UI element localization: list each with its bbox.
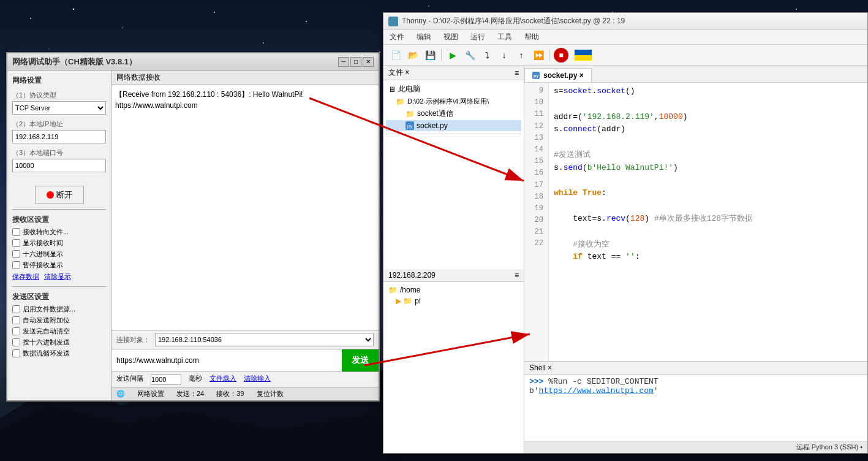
resume-button[interactable]: ⏩: [531, 48, 546, 63]
home-label: /home: [400, 286, 420, 294]
disconnect-button[interactable]: 断开: [35, 186, 84, 204]
file-panel: 文件 × ≡ 🖥 此电脑 📁 D:\02-示例程序\4.网络应用\ 📁 sock…: [383, 66, 524, 453]
send-checkbox-3[interactable]: [12, 327, 20, 335]
shell-content[interactable]: >>> %Run -c $EDITOR_CONTENT b'https://ww…: [524, 375, 867, 441]
tree-item-socket-comm[interactable]: 📁 socket通信: [386, 107, 521, 120]
menu-run[interactable]: 运行: [464, 30, 491, 44]
send-checkbox-5[interactable]: [12, 349, 20, 357]
send-option-label-4: 按十六进制发送: [23, 338, 70, 347]
net-debug-window: 网络调试助手（CH精装版 V3.8.1） ─ □ ✕ 网络设置 （1）协议类型 …: [6, 52, 380, 402]
recv-links: 保存数据 清除显示: [12, 272, 106, 281]
minimize-button[interactable]: ─: [338, 57, 349, 67]
tree-item-this-pc[interactable]: 🖥 此电脑: [386, 83, 521, 96]
shell-prompt: >>>: [529, 377, 543, 386]
new-file-button[interactable]: 📄: [388, 48, 403, 63]
step-over-button[interactable]: ⤵: [480, 48, 494, 63]
protocol-label: （1）协议类型: [12, 91, 106, 100]
line-numbers: 9 10 11 12 13 14 15 16 17 18 19 20 21 22: [524, 83, 549, 361]
status-text: 远程 Python 3 (SSH) •: [796, 443, 862, 452]
debug-button[interactable]: 🔧: [462, 48, 477, 63]
run-button[interactable]: ▶: [445, 48, 460, 63]
send-option-3: 发送完自动清空: [12, 327, 106, 336]
thonny-title: Thonny - D:\02-示例程序\4.网络应用\socket通信\sock…: [402, 16, 625, 26]
win-content: 网络设置 （1）协议类型 TCP Server （2）本地IP地址 （3）本地端…: [7, 70, 379, 400]
svg-point-4: [306, 21, 307, 22]
remote-home[interactable]: 📁 /home: [386, 284, 521, 295]
file-panel-tab-label[interactable]: 文件 ×: [388, 67, 409, 78]
pi-label: pi: [415, 297, 420, 305]
open-file-button[interactable]: 📂: [406, 48, 420, 63]
menu-help[interactable]: 帮助: [518, 30, 545, 44]
menu-edit[interactable]: 编辑: [410, 30, 437, 44]
clear-input-link[interactable]: 清除输入: [244, 374, 271, 385]
remote-menu-dots[interactable]: ≡: [515, 271, 519, 280]
tree-item-socket-py[interactable]: py socket.py: [386, 120, 521, 131]
recv-checkbox-2[interactable]: [12, 239, 20, 247]
send-button[interactable]: 发送: [342, 349, 379, 371]
send-option-label-3: 发送完自动清空: [23, 327, 70, 336]
code-content[interactable]: s=socket.socket() addr=('192.168.2.119',…: [549, 83, 867, 361]
red-dot-icon: [47, 191, 54, 199]
thonny-app-icon: [388, 17, 398, 26]
ip-input[interactable]: [12, 130, 106, 143]
port-input[interactable]: [12, 159, 106, 172]
menu-tools[interactable]: 工具: [491, 30, 518, 44]
recv-option-4: 暂停接收显示: [12, 261, 106, 270]
recv-area-title: 网络数据接收: [111, 70, 379, 85]
connect-target-select[interactable]: 192.168.2.110:54036: [155, 333, 374, 346]
shell-command: %Run -c $EDITOR_CONTENT: [548, 377, 658, 386]
thonny-toolbar: 📄 📂 💾 ▶ 🔧 ⤵ ↓ ↑ ⏩ ■: [383, 45, 867, 66]
thonny-menu-bar: 文件 编辑 视图 运行 工具 帮助: [383, 30, 867, 45]
send-interval-input[interactable]: [151, 374, 181, 385]
this-pc-label: 此电脑: [398, 84, 420, 94]
menu-dots[interactable]: ≡: [515, 69, 519, 77]
socket-comm-label: socket通信: [417, 109, 453, 119]
file-load-link[interactable]: 文件载入: [209, 374, 236, 385]
protocol-select[interactable]: TCP Server: [12, 101, 106, 115]
network-icon: 🌐: [116, 390, 125, 398]
recv-option-label-2: 显示接收时间: [23, 238, 63, 248]
close-button[interactable]: ✕: [363, 57, 374, 67]
send-option-5: 数据流循环发送: [12, 349, 106, 358]
py-file-icon: py: [406, 121, 414, 130]
clear-display-link[interactable]: 清除显示: [44, 272, 71, 281]
send-option-4: 按十六进制发送: [12, 338, 106, 347]
step-into-button[interactable]: ↓: [497, 48, 511, 63]
shell-output-prefix: b': [529, 386, 539, 395]
recv-option-label-4: 暂停接收显示: [23, 261, 63, 270]
ip-label: （2）本地IP地址: [12, 120, 106, 129]
shell-header: Shell ×: [524, 362, 867, 375]
editor-tab-socket-py[interactable]: py socket.py ×: [524, 68, 592, 82]
send-option-label-1: 启用文件数据源...: [23, 305, 75, 314]
recv-checkbox-1[interactable]: [12, 228, 20, 236]
save-file-button[interactable]: 💾: [423, 48, 437, 63]
send-input[interactable]: [111, 349, 342, 371]
recv-option-1: 接收转向文件...: [12, 227, 106, 237]
send-checkbox-2[interactable]: [12, 316, 20, 324]
tree-item-path[interactable]: 📁 D:\02-示例程序\4.网络应用\: [386, 96, 521, 107]
thonny-window: Thonny - D:\02-示例程序\4.网络应用\socket通信\sock…: [383, 12, 868, 454]
maximize-button[interactable]: □: [350, 57, 361, 67]
shell-area: Shell × >>> %Run -c $EDITOR_CONTENT b'ht…: [524, 361, 867, 441]
recv-checkbox-3[interactable]: [12, 250, 20, 258]
step-out-button[interactable]: ↑: [514, 48, 529, 63]
recv-option-label-1: 接收转向文件...: [23, 227, 69, 237]
editor-tab-bar: py socket.py ×: [524, 66, 867, 83]
stop-button[interactable]: ■: [554, 48, 568, 63]
menu-view[interactable]: 视图: [437, 30, 464, 44]
recv-checkbox-4[interactable]: [12, 261, 20, 269]
divider1: [12, 209, 106, 210]
code-editor[interactable]: 9 10 11 12 13 14 15 16 17 18 19 20 21 22: [524, 83, 867, 361]
shell-output-url[interactable]: https://www.walnutpi.com: [539, 386, 654, 395]
port-label: （3）本地端口号: [12, 148, 106, 158]
send-checkbox-4[interactable]: [12, 338, 20, 346]
save-data-link[interactable]: 保存数据: [12, 272, 39, 281]
recv-settings-title: 接收区设置: [12, 215, 106, 225]
remote-pi-folder[interactable]: ▶ 📁 pi: [386, 295, 521, 307]
send-option-label-5: 数据流循环发送: [23, 349, 70, 358]
send-checkbox-1[interactable]: [12, 305, 20, 313]
send-interval-unit: 毫秒: [189, 374, 202, 385]
menu-file[interactable]: 文件: [383, 30, 410, 44]
shell-tab-label[interactable]: Shell ×: [529, 364, 552, 372]
status-reset[interactable]: 复位计数: [257, 389, 284, 398]
